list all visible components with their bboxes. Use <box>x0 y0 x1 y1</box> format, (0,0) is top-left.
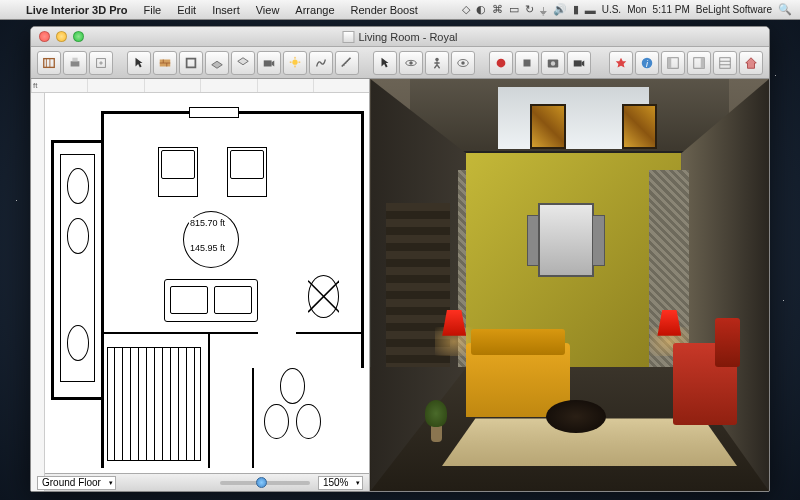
path-tool-icon[interactable] <box>309 51 333 75</box>
svg-rect-29 <box>720 57 731 68</box>
document-icon <box>342 31 354 43</box>
clock-day[interactable]: Mon <box>627 4 646 15</box>
floor-plan-canvas[interactable]: 815.70 ft 145.95 ft <box>31 93 369 473</box>
spotlight-icon[interactable]: 🔍 <box>778 3 792 16</box>
floor-tool-icon[interactable] <box>205 51 229 75</box>
clock-time[interactable]: 5:11 PM <box>653 4 690 15</box>
menu-file[interactable]: File <box>135 4 169 16</box>
app-window: Living Room - Royal <box>30 26 770 492</box>
measure-tool-icon[interactable] <box>335 51 359 75</box>
battery-icon[interactable]: ▮ <box>573 3 579 16</box>
inspector-2-icon[interactable] <box>687 51 711 75</box>
wifi-icon[interactable]: ⏚ <box>540 4 547 16</box>
menu-insert[interactable]: Insert <box>204 4 248 16</box>
light-tool-icon[interactable] <box>283 51 307 75</box>
menu-arrange[interactable]: Arrange <box>287 4 342 16</box>
zoom-slider-thumb[interactable] <box>256 477 267 488</box>
wall-tool-icon[interactable] <box>153 51 177 75</box>
svg-point-12 <box>292 59 297 64</box>
toolbar: i <box>31 47 769 79</box>
menu-edit[interactable]: Edit <box>169 4 204 16</box>
svg-point-18 <box>497 58 506 67</box>
vendor-label[interactable]: BeLight Software <box>696 4 772 15</box>
orbit-icon[interactable] <box>399 51 423 75</box>
svg-rect-19 <box>524 59 531 66</box>
svg-rect-22 <box>574 60 582 66</box>
svg-rect-4 <box>72 57 77 61</box>
look-icon[interactable] <box>451 51 475 75</box>
snapshot-icon[interactable] <box>541 51 565 75</box>
zoom-slider[interactable] <box>220 481 310 485</box>
svg-rect-3 <box>71 61 80 66</box>
info-icon[interactable]: i <box>635 51 659 75</box>
print-icon[interactable] <box>63 51 87 75</box>
walk-icon[interactable] <box>425 51 449 75</box>
render-coffee-table <box>546 400 606 433</box>
ceiling-tool-icon[interactable] <box>231 51 255 75</box>
pointer-3d-icon[interactable] <box>373 51 397 75</box>
input-source-label[interactable]: U.S. <box>602 4 621 15</box>
minimize-button[interactable] <box>56 31 67 42</box>
3d-render-panel[interactable] <box>370 79 769 491</box>
zoom-button[interactable] <box>73 31 84 42</box>
svg-point-15 <box>435 57 439 61</box>
horizontal-ruler <box>31 79 369 93</box>
svg-rect-11 <box>264 60 272 66</box>
dimension-2: 145.95 ft <box>189 243 226 253</box>
favorites-icon[interactable] <box>609 51 633 75</box>
menu-extra-icon[interactable]: ◐ <box>476 3 486 16</box>
window-title: Living Room - Royal <box>342 31 457 43</box>
menu-view[interactable]: View <box>248 4 288 16</box>
export-icon[interactable] <box>89 51 113 75</box>
display-icon[interactable]: ▭ <box>509 3 519 16</box>
svg-point-21 <box>551 61 555 65</box>
menu-render-boost[interactable]: Render Boost <box>343 4 426 16</box>
window-titlebar[interactable]: Living Room - Royal <box>31 27 769 47</box>
floor-selector[interactable]: Ground Floor <box>37 476 116 490</box>
camera-tool-icon[interactable] <box>257 51 281 75</box>
svg-point-17 <box>461 61 465 65</box>
bluetooth-icon[interactable]: ⌘ <box>492 3 503 16</box>
svg-rect-0 <box>44 58 55 67</box>
dropbox-icon[interactable]: ◇ <box>462 3 470 16</box>
library-icon[interactable] <box>37 51 61 75</box>
room-tool-icon[interactable] <box>179 51 203 75</box>
svg-point-14 <box>409 61 413 65</box>
system-menubar: Live Interior 3D Pro File Edit Insert Vi… <box>0 0 800 20</box>
zoom-selector[interactable]: 150% <box>318 476 364 490</box>
volume-icon[interactable]: 🔊 <box>553 3 567 16</box>
render-armchair <box>673 343 737 425</box>
ruler-unit-label: ft <box>33 81 37 90</box>
svg-rect-28 <box>701 57 705 68</box>
svg-rect-10 <box>187 58 196 67</box>
plan-statusbar: Ground Floor 150% <box>31 473 369 491</box>
inspector-1-icon[interactable] <box>661 51 685 75</box>
pointer-tool-icon[interactable] <box>127 51 151 75</box>
desktop-background: Live Interior 3D Pro File Edit Insert Vi… <box>0 0 800 500</box>
timemachine-icon[interactable]: ↻ <box>525 3 534 16</box>
dimension-1: 815.70 ft <box>189 218 226 228</box>
home-icon[interactable] <box>739 51 763 75</box>
library-panel-icon[interactable] <box>713 51 737 75</box>
stop-icon[interactable] <box>515 51 539 75</box>
flag-icon[interactable]: ▬ <box>585 4 596 16</box>
window-title-text: Living Room - Royal <box>358 31 457 43</box>
close-button[interactable] <box>39 31 50 42</box>
render-plant <box>422 400 450 441</box>
record-icon[interactable] <box>489 51 513 75</box>
camera-3d-icon[interactable] <box>567 51 591 75</box>
svg-rect-26 <box>668 57 672 68</box>
app-name[interactable]: Live Interior 3D Pro <box>18 4 135 16</box>
floor-plan-panel[interactable]: ft <box>31 79 370 491</box>
